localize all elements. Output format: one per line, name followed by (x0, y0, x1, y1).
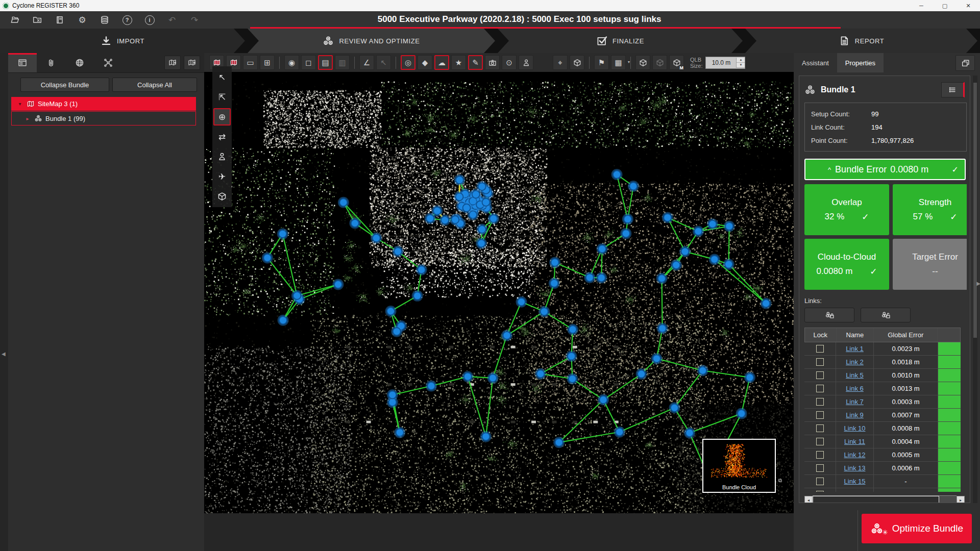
bundle-list-button[interactable] (941, 82, 965, 97)
add-cloud-icon[interactable]: ☁ (434, 55, 449, 70)
add-target-icon[interactable]: ◎ (401, 55, 415, 70)
link-name[interactable]: Link 5 (846, 371, 864, 379)
bundle-error-banner[interactable]: ^ Bundle Error 0.0080 m ✓ (804, 159, 966, 180)
redo-icon[interactable]: ↷ (189, 14, 200, 26)
link-name[interactable]: Link 13 (844, 464, 866, 472)
plane-view-icon[interactable]: ◻ (301, 55, 316, 70)
lock-checkbox[interactable] (816, 451, 824, 459)
axis-view-icon[interactable] (213, 188, 231, 205)
web-tab[interactable] (65, 53, 94, 72)
lock-checkbox[interactable] (816, 411, 824, 419)
add-person-icon[interactable] (519, 55, 533, 70)
sphere-view-icon[interactable]: ◉ (284, 55, 299, 70)
scrollbar-track[interactable] (813, 495, 957, 503)
link-name[interactable]: Link 9 (846, 411, 864, 419)
grid-icon[interactable]: ▦▾ (611, 55, 626, 70)
horizontal-scrollbar[interactable]: ◂ ▸ (804, 496, 965, 503)
tab-assistant[interactable]: Assistant (794, 53, 837, 72)
transform-icon[interactable] (570, 55, 584, 70)
close-project-icon[interactable] (32, 14, 43, 26)
lock-checkbox[interactable] (816, 345, 824, 353)
geotag-icon[interactable]: ⊙ (502, 55, 517, 70)
measure-tool-icon[interactable]: ∠▾ (359, 55, 374, 70)
help-icon[interactable]: ? (121, 14, 133, 26)
link-name[interactable]: Link 1 (846, 345, 864, 353)
select-tool-icon[interactable]: ↖ (213, 68, 231, 86)
right-panel-expand-arrow[interactable]: ▶ (976, 281, 980, 286)
pick-tool-icon[interactable]: ↖ (376, 55, 391, 70)
tree-expand-caret[interactable]: ▾ (16, 101, 23, 107)
restore-layout-icon[interactable]: ▭ (243, 55, 258, 70)
lock-checkbox[interactable] (816, 464, 824, 472)
qlb-size-spinner[interactable]: 10.0 m ▲ ▼ (705, 57, 745, 69)
viewport[interactable]: ▭⊞◉◻▤▥∠▾↖◎◆☁★✎⊙⌖⚑▦▾▾MQLBSize: 10.0 m ▲ ▼… (204, 53, 794, 513)
optimize-bundle-button[interactable]: ✳ Optimize Bundle (862, 514, 972, 543)
lock-checkbox[interactable] (816, 491, 824, 492)
look-tool-icon[interactable] (213, 148, 231, 165)
info-icon[interactable]: i (144, 14, 155, 26)
quality-tile-strength[interactable]: Strength 57 % ✓ (893, 184, 967, 235)
float-panel-button[interactable] (955, 55, 975, 71)
panorama-view-icon[interactable]: ▤ (318, 55, 333, 70)
tab-properties[interactable]: Properties (837, 53, 884, 72)
multi-select-tool-icon[interactable]: ⇱ (213, 88, 231, 106)
link-name[interactable]: Link 15 (844, 478, 866, 485)
tree-item-bundle[interactable]: ▸ Bundle 1 (99) (11, 111, 196, 126)
maximize-button[interactable]: ▢ (933, 0, 957, 11)
lock-checkbox[interactable] (816, 424, 824, 432)
spinner-up-icon[interactable]: ▲ (737, 58, 745, 63)
workflow-tab-review-and-optimize[interactable]: REVIEW AND OPTIMIZE (248, 29, 495, 53)
collapse-all-button[interactable]: Collapse All (112, 78, 197, 92)
settings-icon[interactable]: ⚙ (77, 14, 88, 26)
tree-expand-caret[interactable]: ▸ (24, 116, 31, 121)
lock-checkbox[interactable] (816, 358, 824, 366)
snapshot-icon[interactable] (485, 55, 500, 70)
col-lock[interactable]: Lock (805, 328, 837, 342)
link-name[interactable]: Link 11 (844, 438, 865, 445)
lock-all-links-button[interactable] (804, 308, 854, 322)
lock-checkbox[interactable] (816, 398, 824, 406)
scroll-left-arrow[interactable]: ◂ (804, 496, 813, 503)
collapse-bundle-button[interactable]: Collapse Bundle (20, 78, 109, 92)
left-panel-collapse-arrow[interactable]: ◀ (2, 351, 6, 357)
add-sitemap-button[interactable] (164, 56, 181, 70)
workflow-tab-report[interactable]: REPORT (745, 29, 977, 53)
tree-item-sitemap[interactable]: ▾ SiteMap 3 (1) (11, 97, 196, 111)
link-name[interactable]: Link 20 (844, 491, 866, 492)
fly-tool-icon[interactable]: ✈ (213, 168, 231, 185)
link-name[interactable]: Link 7 (846, 398, 864, 406)
cube-history-icon[interactable] (652, 55, 667, 70)
scrollbar-thumb[interactable] (973, 83, 977, 338)
bundle-cloud-thumbnail[interactable]: Bundle Cloud ⧉ (702, 439, 776, 493)
open-project-icon[interactable] (9, 14, 20, 26)
annotate-icon[interactable]: ✎ (468, 55, 483, 70)
link-name[interactable]: Link 12 (844, 451, 866, 459)
move-setup-icon[interactable]: ⌖ (553, 55, 568, 70)
link-name[interactable]: Link 10 (844, 424, 866, 432)
zoom-region-icon[interactable]: ⊞ (260, 55, 275, 70)
vertical-scrollbar[interactable] (973, 76, 977, 503)
quality-tile-cloud-to-cloud[interactable]: Cloud-to-Cloud 0.0080 m ✓ (804, 239, 889, 290)
network-tab[interactable] (94, 53, 122, 72)
workflow-tab-import[interactable]: IMPORT (0, 29, 245, 53)
grayscale-view-icon[interactable]: ▥ (335, 55, 350, 70)
thumbnail-dock-icon[interactable]: ⧉ (778, 478, 782, 484)
flag-icon[interactable]: ⚑ (594, 55, 609, 70)
import-sitemap-button[interactable] (184, 56, 200, 70)
import-icon[interactable] (54, 14, 65, 26)
unlock-all-links-button[interactable] (861, 308, 911, 322)
workflow-tab-finalize[interactable]: FINALIZE (498, 29, 743, 53)
orbit-tool-icon[interactable]: ⊕ (213, 108, 231, 126)
scrollbar-thumb[interactable] (813, 496, 939, 503)
quality-tile-target-error[interactable]: Target Error -- (893, 239, 967, 290)
dropdown-caret-icon[interactable]: ▾ (628, 60, 630, 64)
undo-icon[interactable]: ↶ (166, 14, 178, 26)
cube-m-icon[interactable]: M (669, 55, 684, 70)
lock-checkbox[interactable] (816, 478, 824, 485)
collapse-chevron-icon[interactable]: ^ (828, 166, 831, 173)
lock-checkbox[interactable] (816, 385, 824, 392)
pan-tool-icon[interactable]: ⇄ (213, 128, 231, 145)
add-marker-icon[interactable]: ★ (451, 55, 466, 70)
scroll-right-arrow[interactable]: ▸ (957, 496, 965, 503)
lock-checkbox[interactable] (816, 438, 824, 445)
